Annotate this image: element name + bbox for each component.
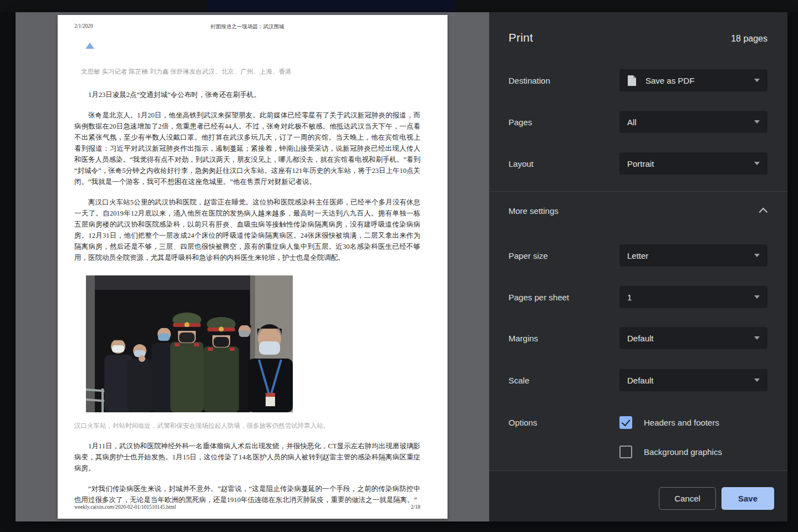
chevron-down-icon bbox=[754, 79, 760, 82]
pages-dropdown[interactable]: All bbox=[619, 111, 767, 133]
document-footer: weekly.caixin.com/2020-02-01/101510145.h… bbox=[74, 504, 420, 510]
section-divider bbox=[489, 191, 787, 192]
pdf-file-icon bbox=[627, 75, 637, 86]
margins-label: Margins bbox=[509, 334, 538, 343]
options-label: Options bbox=[509, 418, 537, 427]
article-byline: 文思敏 实习记者 陈芷楠 刘力鑫 张舒琳发自武汉、北京、广州、上海、香港 bbox=[81, 66, 420, 77]
article-paragraph: 1月23日凌晨2点“交通封城”令公布时，张奇还在刷手机。 bbox=[74, 89, 420, 100]
destination-label: Destination bbox=[509, 76, 550, 85]
background-browser-strip bbox=[0, 0, 798, 12]
photo-caption: 汉口火车站，封站时间临近，武警和保安在现场拉起人防墙，很多旅客仍然尝试持票入站。 bbox=[74, 420, 420, 431]
layout-dropdown[interactable]: Portrait bbox=[619, 152, 767, 175]
more-settings-label: More settings bbox=[509, 206, 558, 216]
back-to-top-icon bbox=[85, 43, 94, 49]
print-settings-panel: Print 18 pages Destination Save as PDF P… bbox=[489, 12, 787, 521]
pages-per-sheet-dropdown[interactable]: 1 bbox=[619, 286, 767, 308]
scale-label: Scale bbox=[509, 376, 530, 385]
headers-footers-label: Headers and footers bbox=[644, 418, 719, 427]
dialog-footer: Cancel Save bbox=[489, 470, 787, 521]
article-paragraph: 离汉口火车站5公里的武汉协和医院，赵雷正在睡觉。这位协和医院感染科主任医师，已经… bbox=[74, 197, 420, 263]
layout-label: Layout bbox=[509, 159, 533, 168]
article-paragraph: 1月11日，武汉协和医院神经外科一名垂体瘤病人术后出现发烧，并很快恶化，CT显示… bbox=[74, 441, 420, 474]
more-settings-toggle[interactable]: More settings bbox=[509, 204, 767, 217]
article-paragraph: “对我们传染病医生来说，封城并不意外。”赵雷说，“这是阻止传染病蔓延的一个手段，… bbox=[74, 483, 420, 505]
layout-value: Portrait bbox=[627, 159, 754, 168]
checkbox-unchecked-icon bbox=[619, 446, 632, 458]
chevron-down-icon bbox=[754, 120, 760, 124]
paper-size-dropdown[interactable]: Letter bbox=[619, 244, 767, 267]
save-button[interactable]: Save bbox=[721, 487, 774, 510]
background-graphics-checkbox[interactable]: Background graphics bbox=[619, 446, 722, 458]
margins-value: Default bbox=[627, 334, 754, 343]
chevron-down-icon bbox=[754, 295, 760, 299]
print-preview-pane[interactable]: 2/1/2020 封面报道之一现场篇：武汉围城 文思敏 实习记者 陈芷楠 刘力鑫… bbox=[16, 12, 489, 521]
cancel-button[interactable]: Cancel bbox=[659, 487, 716, 510]
document-footer-page-number: 2/18 bbox=[411, 504, 420, 510]
destination-value: Save as PDF bbox=[645, 76, 754, 85]
page-count: 18 pages bbox=[731, 34, 767, 44]
background-hero-strip bbox=[207, 0, 455, 12]
pages-per-sheet-label: Pages per sheet bbox=[509, 293, 569, 302]
chevron-up-icon bbox=[759, 207, 768, 216]
article-photo-placeholder bbox=[86, 275, 293, 412]
paper-size-value: Letter bbox=[627, 251, 754, 260]
document-header: 2/1/2020 封面报道之一现场篇：武汉围城 bbox=[74, 23, 420, 30]
checkbox-checked-icon bbox=[619, 416, 632, 429]
pages-value: All bbox=[627, 117, 754, 127]
article-paragraph: 张奇是北京人。1月20日，他坐高铁到武汉来探望朋友。此前媒体已经零星有了关于武汉… bbox=[74, 110, 420, 187]
preview-page: 2/1/2020 封面报道之一现场篇：武汉围城 文思敏 实习记者 陈芷楠 刘力鑫… bbox=[58, 15, 448, 519]
scale-dropdown[interactable]: Default bbox=[619, 369, 767, 391]
scale-value: Default bbox=[627, 376, 754, 385]
document-footer-url: weekly.caixin.com/2020-02-01/101510145.h… bbox=[74, 504, 176, 510]
pages-per-sheet-value: 1 bbox=[627, 293, 754, 302]
margins-dropdown[interactable]: Default bbox=[619, 327, 767, 349]
paper-size-label: Paper size bbox=[509, 251, 548, 260]
destination-dropdown[interactable]: Save as PDF bbox=[619, 69, 767, 91]
headers-footers-checkbox[interactable]: Headers and footers bbox=[619, 416, 719, 429]
dialog-title: Print bbox=[509, 31, 533, 44]
document-header-date: 2/1/2020 bbox=[74, 23, 93, 29]
article-photo bbox=[86, 275, 293, 412]
chevron-down-icon bbox=[754, 336, 760, 340]
print-dialog: 2/1/2020 封面报道之一现场篇：武汉围城 文思敏 实习记者 陈芷楠 刘力鑫… bbox=[16, 12, 787, 521]
chevron-down-icon bbox=[754, 162, 760, 165]
chevron-down-icon bbox=[754, 378, 760, 382]
document-body: 文思敏 实习记者 陈芷楠 刘力鑫 张舒琳发自武汉、北京、广州、上海、香港 1月2… bbox=[74, 66, 420, 505]
pages-label: Pages bbox=[509, 117, 532, 127]
chevron-down-icon bbox=[754, 254, 760, 257]
background-graphics-label: Background graphics bbox=[644, 447, 722, 457]
document-header-title: 封面报道之一现场篇：武汉围城 bbox=[74, 23, 420, 30]
